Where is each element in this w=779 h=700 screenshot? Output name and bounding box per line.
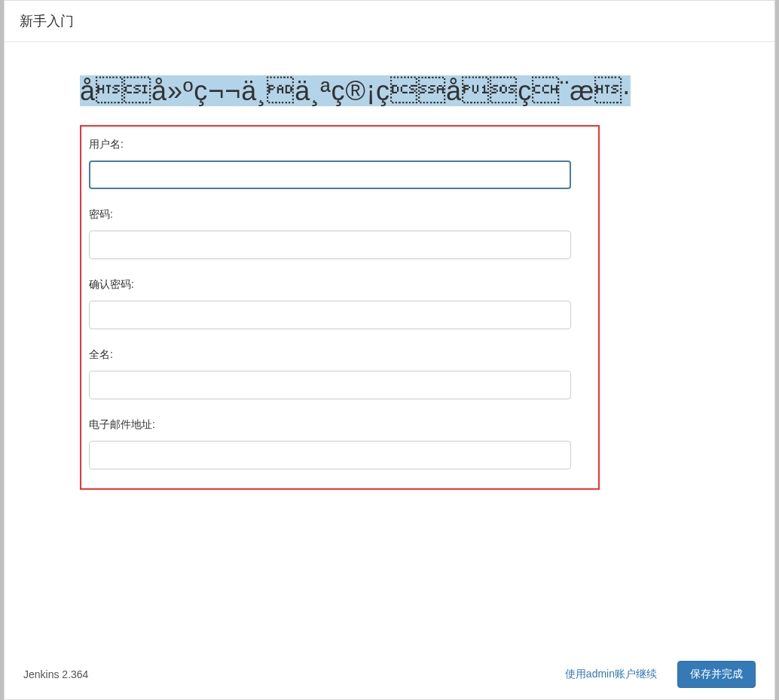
email-group: 电子邮件地址: bbox=[89, 418, 591, 469]
footer-actions: 使用admin账户继续 保存并完成 bbox=[556, 661, 756, 688]
continue-as-admin-button[interactable]: 使用admin账户继续 bbox=[556, 662, 666, 687]
fullname-input[interactable] bbox=[89, 371, 571, 399]
setup-wizard-modal: 新手入门 åå»ºç¬¬ä¸ä¸ªç®¡çåç¨æ· 用户名:… bbox=[4, 0, 775, 700]
username-label: 用户名: bbox=[89, 138, 591, 151]
confirm-password-label: 确认密码: bbox=[89, 278, 591, 292]
create-admin-form: 用户名: 密码: 确认密码: 全名: 电子邮件地址: bbox=[80, 125, 600, 490]
modal-title: 新手入门 bbox=[20, 14, 74, 29]
email-label: 电子邮件地址: bbox=[89, 418, 591, 432]
confirm-password-group: 确认密码: bbox=[89, 278, 591, 329]
version-label: Jenkins 2.364 bbox=[23, 668, 88, 680]
modal-header: 新手入门 bbox=[5, 1, 774, 42]
password-label: 密码: bbox=[89, 208, 591, 222]
email-input[interactable] bbox=[89, 441, 571, 469]
fullname-group: 全名: bbox=[89, 348, 591, 399]
save-and-finish-button[interactable]: 保存并完成 bbox=[677, 661, 756, 688]
password-group: 密码: bbox=[89, 208, 591, 259]
page-title: åå»ºç¬¬ä¸ä¸ªç®¡çåç¨æ· bbox=[80, 75, 631, 106]
username-group: 用户名: bbox=[89, 138, 591, 189]
modal-body: åå»ºç¬¬ä¸ä¸ªç®¡çåç¨æ· 用户名: 密码: … bbox=[5, 42, 774, 505]
modal-footer: Jenkins 2.364 使用admin账户继续 保存并完成 bbox=[5, 650, 774, 699]
confirm-password-input[interactable] bbox=[89, 301, 571, 329]
username-input[interactable] bbox=[89, 160, 571, 189]
fullname-label: 全名: bbox=[89, 348, 591, 362]
password-input[interactable] bbox=[89, 231, 571, 259]
